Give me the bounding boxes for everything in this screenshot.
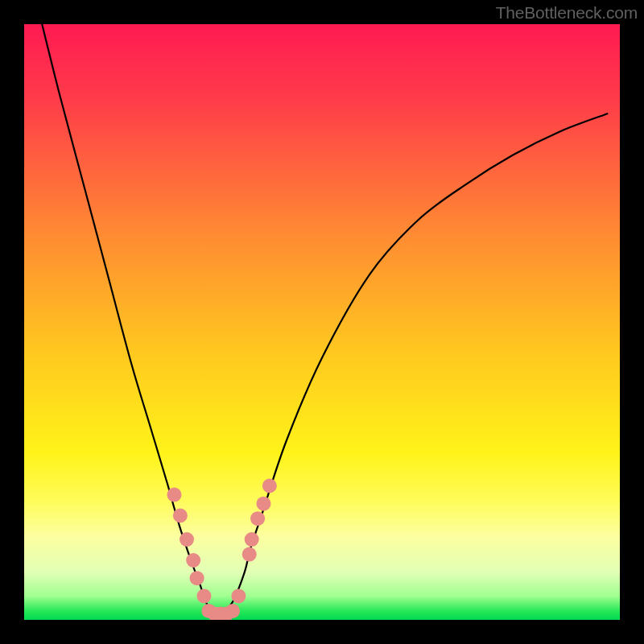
scatter-point: [231, 588, 246, 603]
gradient-background: [24, 24, 620, 620]
chart-svg: [24, 24, 620, 620]
scatter-point: [245, 532, 259, 547]
scatter-point: [225, 604, 240, 618]
scatter-point: [167, 488, 181, 502]
scatter-point: [250, 511, 265, 526]
scatter-point: [186, 553, 200, 568]
chart-container: TheBottleneck.com: [0, 0, 644, 644]
scatter-point: [262, 479, 277, 493]
scatter-point: [256, 497, 270, 511]
scatter-point: [196, 588, 211, 603]
scatter-point: [242, 547, 257, 562]
scatter-point: [190, 571, 204, 585]
watermark-text: TheBottleneck.com: [496, 3, 638, 23]
plot-area: [24, 24, 620, 620]
scatter-point: [180, 532, 194, 547]
scatter-point: [173, 509, 188, 523]
